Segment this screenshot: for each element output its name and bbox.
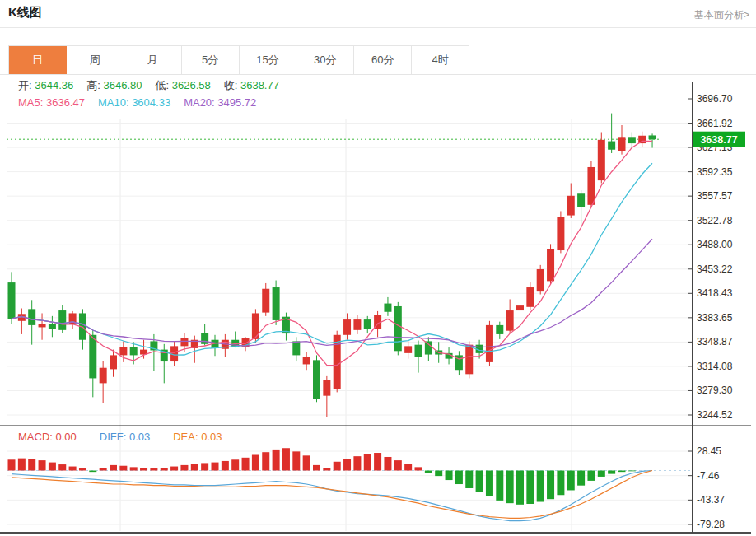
candle-body bbox=[547, 249, 554, 281]
interval-tabbar: 日周月5分15分30分60分4时 bbox=[8, 45, 469, 74]
dea-value: DEA: 0.03 bbox=[173, 431, 222, 443]
axis-tick-label: 3244.52 bbox=[697, 409, 733, 421]
candle-body bbox=[649, 135, 656, 139]
ma5-legend: MA5: 3636.47 bbox=[18, 96, 85, 109]
macd-bar-up bbox=[303, 455, 310, 470]
candle-body bbox=[334, 335, 341, 389]
macd-bar-down bbox=[557, 471, 564, 496]
macd-bar-up bbox=[18, 459, 26, 471]
tab-5[interactable]: 30分 bbox=[296, 46, 354, 74]
macd-bar-down bbox=[608, 471, 615, 474]
candle-body bbox=[415, 345, 422, 357]
candle-body bbox=[587, 167, 595, 205]
macd-bar-up bbox=[8, 459, 16, 470]
axis-tick-label: 3661.92 bbox=[697, 118, 733, 129]
axis-tick-label: 3557.57 bbox=[697, 190, 733, 202]
macd-bar-up bbox=[262, 452, 269, 470]
macd-bar-up bbox=[231, 459, 239, 470]
axis-tick-label: 3696.70 bbox=[697, 93, 733, 105]
tab-3[interactable]: 5分 bbox=[182, 46, 240, 74]
ohlc-open: 开: 3644.36 bbox=[18, 79, 73, 91]
axis-tick-label: 3279.30 bbox=[697, 385, 733, 396]
candle-body bbox=[537, 269, 544, 291]
tab-0[interactable]: 日 bbox=[9, 46, 67, 74]
macd-bar-up bbox=[334, 462, 341, 471]
macd-bar-up bbox=[404, 464, 412, 470]
tab-1[interactable]: 周 bbox=[67, 46, 124, 74]
candle-body bbox=[39, 324, 46, 327]
axis-tick-label: 3383.65 bbox=[697, 312, 733, 324]
candle-body bbox=[618, 137, 626, 151]
macd-bar-down bbox=[476, 471, 483, 492]
macd-bar-down bbox=[486, 471, 493, 496]
candle-body bbox=[119, 347, 127, 355]
candle-body bbox=[353, 319, 361, 330]
macd-bar-up bbox=[39, 460, 46, 470]
macd-bar-up bbox=[313, 465, 320, 471]
macd-bar-down bbox=[425, 471, 432, 473]
last-price-badge-text: 3638.77 bbox=[700, 134, 737, 146]
macd-bar-up bbox=[110, 465, 117, 471]
axis-tick-label: 3418.43 bbox=[697, 287, 733, 299]
candle-body bbox=[567, 196, 575, 216]
axis-tick-label: -43.37 bbox=[697, 494, 725, 506]
candle-body bbox=[425, 341, 432, 354]
tabbar-underline bbox=[0, 74, 756, 75]
macd-bar-down bbox=[537, 471, 544, 502]
macd-bar-up bbox=[69, 467, 77, 471]
candle-body bbox=[89, 335, 96, 379]
tab-2[interactable]: 月 bbox=[124, 46, 182, 74]
macd-legend-row: MACD: 0.00DIFF: 0.03DEA: 0.03 bbox=[18, 431, 245, 443]
macd-bar-down bbox=[89, 471, 96, 473]
candle-body bbox=[110, 355, 117, 369]
candle-body bbox=[323, 380, 330, 396]
axis-tick-label: 3314.08 bbox=[697, 361, 733, 372]
macd-bar-down bbox=[618, 471, 626, 473]
ohlc-close: 收: 3638.77 bbox=[224, 79, 279, 91]
axis-tick-label: 3453.22 bbox=[697, 263, 733, 275]
macd-bar-up bbox=[343, 459, 351, 470]
tab-4[interactable]: 15分 bbox=[240, 46, 297, 74]
macd-bar-down bbox=[567, 471, 575, 491]
ma20-legend: MA20: 3495.72 bbox=[184, 96, 256, 109]
candle-body bbox=[506, 310, 514, 331]
candle-body bbox=[273, 287, 280, 320]
macd-bar-up bbox=[58, 464, 66, 470]
macd-bar-up bbox=[384, 457, 391, 471]
macd-bar-up bbox=[170, 467, 178, 471]
macd-bar-up bbox=[415, 467, 422, 470]
candle-body bbox=[252, 313, 259, 338]
macd-bar-up bbox=[323, 468, 330, 470]
candle-body bbox=[28, 309, 35, 325]
macd-bar-down bbox=[526, 471, 534, 504]
diff-line bbox=[12, 471, 652, 521]
macd-bar-down bbox=[516, 471, 524, 505]
candle-body bbox=[404, 346, 412, 352]
candle-body bbox=[557, 217, 564, 250]
macd-bar-down bbox=[455, 471, 463, 485]
ma10-line bbox=[12, 163, 652, 355]
candle-body bbox=[486, 325, 493, 362]
candle-body bbox=[343, 319, 351, 335]
ma-legend-row: MA5: 3636.47MA10: 3604.33MA20: 3495.72 bbox=[18, 96, 269, 109]
macd-bar-down bbox=[506, 471, 514, 504]
axis-tick-label: -79.28 bbox=[697, 519, 725, 530]
kline-widget: K线图 基本面分析> 日周月5分15分30分60分4时 开: 3644.36高:… bbox=[0, 0, 756, 536]
macd-bar-up bbox=[180, 465, 188, 471]
axis-tick-label: -7.46 bbox=[697, 470, 720, 482]
candle-body bbox=[496, 325, 503, 334]
macd-bar-down bbox=[496, 471, 503, 501]
candle-body bbox=[49, 324, 56, 329]
candle-body bbox=[608, 142, 615, 150]
candle-body bbox=[628, 137, 636, 143]
macd-bar-up bbox=[364, 454, 371, 471]
axis-tick-label: 3348.87 bbox=[697, 336, 733, 347]
macd-bar-up bbox=[353, 456, 361, 470]
tab-6[interactable]: 60分 bbox=[354, 46, 412, 74]
diff-value: DIFF: 0.03 bbox=[100, 431, 150, 443]
macd-bar-up bbox=[100, 468, 107, 470]
tab-7[interactable]: 4时 bbox=[412, 46, 469, 74]
macd-bar-up bbox=[374, 453, 381, 470]
dea-line bbox=[12, 471, 652, 519]
candle-body bbox=[180, 338, 188, 346]
